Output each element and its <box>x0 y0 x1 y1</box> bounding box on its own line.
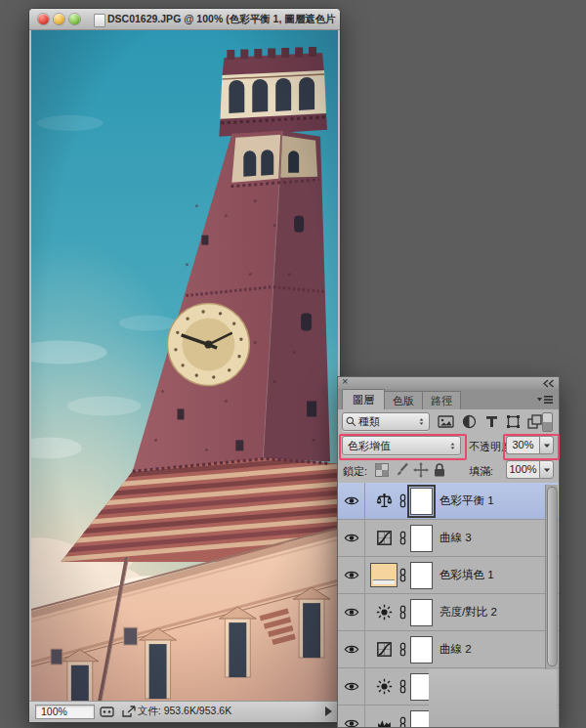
eye-icon[interactable] <box>344 681 359 692</box>
eye-icon[interactable] <box>344 533 359 543</box>
mask-link-icon[interactable] <box>398 493 407 508</box>
smart-objects-filter-icon[interactable] <box>526 413 543 430</box>
adjustment-layers-filter-icon[interactable] <box>461 413 478 430</box>
pixel-layers-filter-icon[interactable] <box>438 413 454 430</box>
layer-mask-thumbnail[interactable] <box>410 525 433 552</box>
panel-menu-icon[interactable] <box>536 394 554 406</box>
layer-name: 曲線 2 <box>440 631 472 667</box>
collapse-panel-icon[interactable] <box>542 379 555 388</box>
tab-paths[interactable]: 路徑 <box>422 391 461 409</box>
lock-position-icon[interactable] <box>413 462 429 478</box>
filtering-toggle[interactable] <box>542 412 553 432</box>
window-title: DSC01629.JPG @ 100% (色彩平衡 1, 圖層遮色片/8) * <box>107 9 336 29</box>
layer-name: 曲線 3 <box>440 520 472 556</box>
visibility-cell[interactable] <box>338 520 365 556</box>
layer-row[interactable]: 色彩填色 1 <box>338 557 559 594</box>
panel-close-icon[interactable]: × <box>342 375 348 387</box>
layer-mask-thumbnail[interactable] <box>410 636 433 664</box>
mask-link-icon[interactable] <box>398 679 407 694</box>
lock-all-icon[interactable] <box>432 462 447 478</box>
color-fill-thumbnail[interactable] <box>370 563 398 587</box>
eye-icon[interactable] <box>344 495 359 506</box>
panel-title-strip: × <box>338 377 559 389</box>
screenshot-root: { "ui_colors": { "annotation_highlight":… <box>0 0 586 728</box>
visibility-cell[interactable] <box>338 631 365 667</box>
curves-icon[interactable] <box>376 530 393 546</box>
document-icon <box>94 14 105 27</box>
layer-row[interactable]: 亮度/對比 2 <box>338 594 559 631</box>
panel-tab-bar: 圖層 色版 路徑 <box>338 389 559 410</box>
eye-icon[interactable] <box>344 718 359 727</box>
updown-arrows-icon <box>448 441 457 451</box>
document-window: DSC01629.JPG @ 100% (色彩平衡 1, 圖層遮色片/8) * <box>28 8 341 723</box>
status-options-arrow[interactable] <box>325 707 332 716</box>
lock-transparency-icon[interactable] <box>374 462 390 478</box>
curves-icon[interactable] <box>376 641 393 658</box>
document-size-status: 文件: 953.6K/953.6K <box>29 705 340 718</box>
layers-panel: × 圖層 色版 路徑 種類 色彩增值 不透明度: 30% <box>337 376 560 728</box>
filter-kind-dropdown[interactable]: 種類 <box>342 412 430 431</box>
photo-image <box>31 30 338 702</box>
shape-layers-filter-icon[interactable] <box>505 413 522 430</box>
lock-row: 鎖定: 填滿: 100% <box>338 458 559 484</box>
layer-name: 亮度/對比 2 <box>440 594 497 630</box>
layer-name: 色彩填色 1 <box>440 557 494 593</box>
scrollbar-thumb[interactable] <box>547 487 558 666</box>
layer-icon-holder[interactable] <box>370 594 398 630</box>
brightness-contrast-icon[interactable] <box>376 678 393 695</box>
status-bar: 100% 文件: 953.6K/953.6K <box>29 701 340 722</box>
layer-name: 色彩平衡 1 <box>440 483 494 519</box>
blend-mode-dropdown[interactable]: 色彩增值 <box>342 436 461 455</box>
filter-row: 種類 <box>338 409 559 434</box>
tab-layers[interactable]: 圖層 <box>342 389 385 409</box>
photo-canvas[interactable] <box>31 30 338 702</box>
mask-link-icon[interactable] <box>398 605 407 620</box>
fill-dropdown-button[interactable] <box>539 460 554 479</box>
mask-link-icon[interactable] <box>398 642 407 657</box>
mask-link-icon[interactable] <box>398 716 407 727</box>
opacity-value[interactable]: 30% <box>506 436 539 454</box>
layer-icon-holder[interactable] <box>370 557 398 593</box>
fill-value[interactable]: 100% <box>506 460 539 479</box>
eye-icon[interactable] <box>344 570 359 580</box>
layer-mask-thumbnail[interactable] <box>410 562 433 589</box>
visibility-cell[interactable] <box>338 668 365 705</box>
close-button[interactable] <box>38 14 49 24</box>
updown-arrows-icon <box>417 416 426 427</box>
visibility-cell[interactable] <box>338 594 365 630</box>
visibility-cell[interactable] <box>338 706 365 727</box>
color-balance-icon[interactable] <box>376 492 393 509</box>
levels-icon[interactable] <box>376 715 393 727</box>
layer-icon-holder[interactable] <box>370 668 398 705</box>
mask-link-icon[interactable] <box>398 568 407 582</box>
eye-icon[interactable] <box>344 607 359 618</box>
fill-label: 填滿: <box>469 464 493 479</box>
layer-row[interactable]: 曲線 2 <box>338 631 559 668</box>
layer-mask-thumbnail[interactable] <box>410 488 433 515</box>
window-titlebar[interactable]: DSC01629.JPG @ 100% (色彩平衡 1, 圖層遮色片/8) * <box>29 9 340 30</box>
layer-icon-holder[interactable] <box>370 483 398 519</box>
layer-icon-holder[interactable] <box>370 631 398 667</box>
chevron-down-icon <box>543 467 551 473</box>
type-layers-filter-icon[interactable] <box>483 413 500 430</box>
layer-icon-holder[interactable] <box>370 706 398 727</box>
tab-channels[interactable]: 色版 <box>384 391 423 409</box>
layers-list: 色彩平衡 1 曲線 3 色彩填色 1 亮度/對比 2 曲線 2 <box>338 483 559 727</box>
zoom-button[interactable] <box>69 14 80 24</box>
visibility-cell[interactable] <box>338 557 365 593</box>
lock-paint-icon[interactable] <box>394 462 409 478</box>
brightness-contrast-icon[interactable] <box>376 604 393 621</box>
eye-icon[interactable] <box>344 644 359 655</box>
layer-row[interactable]: 色彩平衡 1 <box>338 483 559 520</box>
layer-row[interactable]: 曲線 3 <box>338 520 559 557</box>
fill-combo[interactable]: 100% <box>506 460 554 479</box>
visibility-cell[interactable] <box>338 483 365 519</box>
opacity-combo[interactable]: 30% <box>506 436 554 454</box>
layer-icon-holder[interactable] <box>370 520 398 556</box>
opacity-dropdown-button[interactable] <box>539 436 554 454</box>
blend-row: 色彩增值 不透明度: 30% <box>338 434 559 458</box>
minimize-button[interactable] <box>54 14 64 24</box>
search-icon <box>346 416 356 427</box>
mask-link-icon[interactable] <box>398 531 407 545</box>
layer-mask-thumbnail[interactable] <box>410 599 433 626</box>
